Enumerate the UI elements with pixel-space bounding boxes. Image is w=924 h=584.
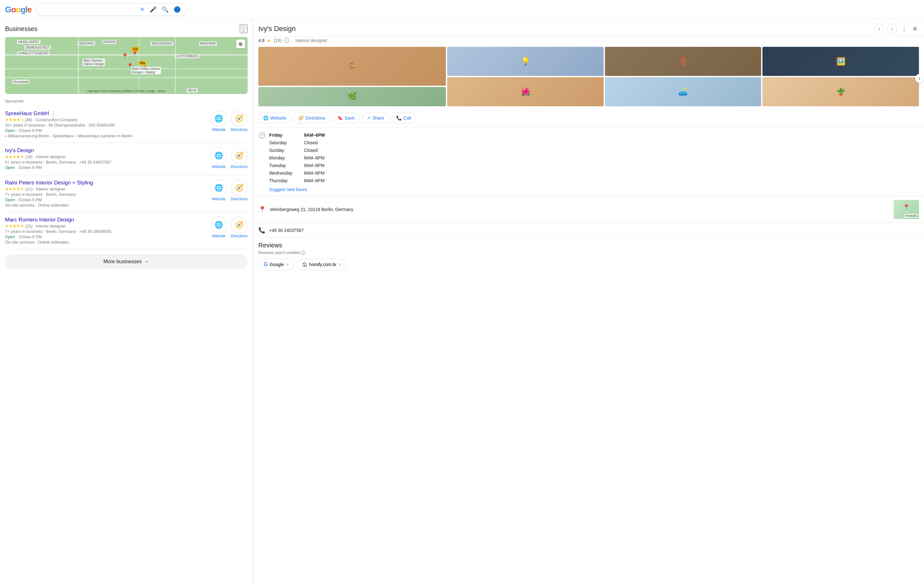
list-item: Marc Romero Interior Design ★★★★★ (21) ·…: [5, 212, 248, 249]
suggest-hours-link[interactable]: Suggest new hours: [269, 187, 919, 192]
website-label-marc: Website: [212, 234, 226, 238]
search-input[interactable]: interior designer berlin: [41, 7, 136, 12]
map-label-marzahn: MARZAHN: [199, 41, 217, 46]
photo-side-2[interactable]: 🌺: [447, 77, 604, 106]
hours-monday: Monday 9AM–6PM: [269, 154, 919, 162]
stars-raini: ★★★★★: [5, 187, 24, 191]
address-section: 📍 Weinbergsweg 21, 10119 Berlin, Germany…: [253, 196, 924, 223]
website-btn-group-ivys: 🌐 Website: [211, 147, 227, 169]
photos-side-col-1: 💡 🌺: [447, 47, 604, 106]
website-button-marc[interactable]: 🌐: [211, 217, 227, 233]
map-container[interactable]: 158 96a 📍 📍 📍 📍 DESIGN Marc RomeroInteri…: [5, 37, 248, 94]
website-button-raini[interactable]: 🌐: [211, 180, 227, 196]
photo-side-4[interactable]: 🛋️: [605, 77, 761, 106]
hours-tuesday: Tuesday 9AM–6PM: [269, 162, 919, 169]
business-name-ivys[interactable]: Ivy's Design: [5, 147, 206, 154]
business-info-ivys: Ivy's Design ★★★★★ (18) · Interior desig…: [5, 147, 206, 170]
photo-placeholder-7: 🛋️: [605, 77, 761, 106]
business-name-spreehaus[interactable]: SpreeHaus GmbH ⋮: [5, 111, 206, 117]
three-dots-spreehaus[interactable]: ⋮: [51, 111, 56, 117]
detail-call-button[interactable]: 📞 Call: [391, 112, 416, 123]
disclaimer-info-icon: i: [301, 251, 305, 255]
more-businesses-button[interactable]: More businesses →: [5, 254, 248, 269]
photo-side-1[interactable]: 💡: [447, 47, 604, 76]
business-meta-marc: ★★★★★ (21) · Interior designer: [5, 224, 206, 228]
detail-directions-button[interactable]: 🧭 Directions: [294, 112, 330, 123]
directions-button-spreehaus[interactable]: 🧭: [231, 111, 247, 127]
photo-side-3[interactable]: 🚪: [605, 47, 761, 76]
photo-main-large[interactable]: 🪑: [258, 47, 446, 86]
detail-close-button[interactable]: ✕: [911, 24, 919, 34]
external-link-icon-homify: ↗: [338, 263, 341, 267]
directions-icon: 🧭: [298, 116, 304, 121]
website-btn-group-marc: 🌐 Website: [211, 217, 227, 238]
photo-side-5[interactable]: 🖼️: [762, 47, 919, 76]
hours-saturday: Saturday Closed: [269, 139, 919, 146]
detail-business-name: Ivy's Design: [258, 25, 296, 33]
photos-next-button[interactable]: ›: [915, 74, 924, 83]
review-tabs: G Google ↗ 🏠 homify.com.br ↗: [258, 259, 919, 270]
stars-spreehaus: ★★★★½: [5, 117, 24, 122]
list-item: SpreeHaus GmbH ⋮ ★★★★½ (36) · Constructi…: [5, 106, 248, 143]
detail-next-button[interactable]: ›: [887, 24, 897, 34]
photo-placeholder-4: 🖼️: [762, 47, 919, 76]
business-status-ivys: Open · Closes 6 PM: [5, 165, 206, 170]
search-submit-button[interactable]: 🔵: [172, 6, 182, 13]
review-tab-google[interactable]: G Google ↗: [258, 259, 294, 270]
action-buttons-ivys: 🌐 Website 🧭 Directions: [211, 147, 248, 169]
map-label-grunewald: Grunewald: [12, 80, 30, 84]
directions-label-marc: Directions: [231, 234, 248, 238]
map-label-marc: Marc RomeroInterior Design: [82, 58, 105, 66]
detail-category: Interior designer: [295, 38, 327, 43]
address-map-thumbnail[interactable]: 📍 Torstraße: [894, 200, 919, 219]
phone-section: 📞 +49 30 24037567: [253, 223, 924, 238]
detail-share-button[interactable]: ↗ Share: [362, 112, 389, 123]
map-label-design: DESIGN: [102, 40, 116, 44]
rating-count-marc: (21) · Interior designer: [25, 224, 66, 228]
directions-button-marc[interactable]: 🧭: [231, 217, 247, 233]
rating-count-raini: (21) · Interior designer: [25, 187, 66, 191]
visual-search-button[interactable]: 🔍: [160, 6, 170, 13]
map-expand-button[interactable]: ⊞: [236, 40, 245, 48]
detail-separator: ·: [292, 38, 293, 43]
map-label-lichtenberg: LICHTENBERG: [175, 54, 199, 58]
directions-button-ivys[interactable]: 🧭: [231, 147, 247, 164]
photo-placeholder-2: 💡: [447, 47, 604, 76]
website-button-spreehaus[interactable]: 🌐: [211, 111, 227, 127]
detail-more-options-button[interactable]: ⋮: [900, 24, 909, 34]
photo-placeholder-6: 🌺: [447, 77, 604, 106]
detail-website-button[interactable]: 🌐 Website: [258, 112, 291, 123]
list-item: Ivy's Design ★★★★★ (18) · Interior desig…: [5, 143, 248, 175]
directions-button-raini[interactable]: 🧭: [231, 180, 247, 196]
detail-prev-button[interactable]: ‹: [874, 24, 884, 34]
website-button-ivys[interactable]: 🌐: [211, 147, 227, 164]
reviews-disclaimer: Reviews aren't verified i: [258, 250, 919, 255]
google-g-logo: G: [264, 261, 267, 267]
clear-search-button[interactable]: ✕: [139, 6, 146, 13]
business-status-marc: Open · Closes 8 PM: [5, 235, 206, 239]
share-icon: ↗: [367, 116, 371, 121]
arrow-right-icon: →: [144, 259, 149, 265]
detail-actions: 🌐 Website 🧭 Directions 🔖 Save ↗ Share 📞 …: [253, 110, 924, 127]
photo-side-6[interactable]: 🪴: [762, 77, 919, 106]
map-label-raini: Raini Peters InteriorDesign + Styling: [131, 67, 161, 74]
stars-marc: ★★★★★: [5, 224, 24, 228]
list-item: Raini Peters Interior Design + Styling ★…: [5, 175, 248, 212]
photo-main-small[interactable]: 🌿: [258, 87, 446, 106]
action-buttons-marc: 🌐 Website 🧭 Directions: [211, 217, 248, 238]
business-contact-marc: 7+ years in business · Berlin, Germany ·…: [5, 229, 206, 234]
review-tab-homify[interactable]: 🏠 homify.com.br ↗: [297, 259, 347, 270]
search-box: interior designer berlin ✕ 🎤 🔍 🔵: [35, 3, 187, 16]
photos-side-col-2: 🚪 🛋️: [605, 47, 761, 106]
phone-icon: 📞: [258, 227, 265, 234]
map-pin-2: 📍: [131, 51, 138, 58]
business-name-marc[interactable]: Marc Romero Interior Design: [5, 217, 206, 223]
businesses-more-options[interactable]: ⋮: [240, 24, 248, 33]
detail-save-button[interactable]: 🔖 Save: [333, 112, 360, 123]
photos-grid: 🪑 🌿 💡 🌺 🚪 🛋️: [253, 47, 924, 110]
voice-search-button[interactable]: 🎤: [148, 6, 158, 13]
hours-table: Friday 9AM–6PM Saturday Closed Sunday Cl…: [269, 131, 919, 192]
business-name-raini[interactable]: Raini Peters Interior Design + Styling: [5, 180, 206, 186]
hours-friday: Friday 9AM–6PM: [269, 131, 919, 139]
address-text: Weinbergsweg 21, 10119 Berlin, Germany: [270, 207, 353, 212]
